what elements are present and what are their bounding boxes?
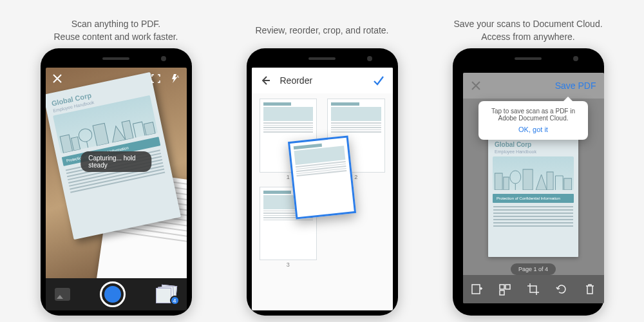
document-subtitle: Employee Handbook <box>488 149 578 156</box>
svg-rect-18 <box>500 290 504 295</box>
page-indicator: Page 1 of 4 <box>511 263 556 275</box>
page-count-badge: 4 <box>170 296 180 305</box>
dragging-page[interactable] <box>287 135 355 219</box>
close-icon[interactable] <box>52 73 62 84</box>
svg-rect-16 <box>500 285 504 289</box>
reorder-toolbar: Reorder <box>252 68 393 93</box>
save-pdf-button[interactable]: Save PDF <box>555 80 596 91</box>
close-icon[interactable] <box>471 80 481 91</box>
reorder-title: Reorder <box>280 75 313 86</box>
svg-rect-0 <box>60 135 72 153</box>
marketing-panel-scan: Scan anything to PDF. Reuse content and … <box>19 13 213 316</box>
page-grid: 1 2 3 <box>252 93 393 310</box>
svg-rect-13 <box>547 172 553 190</box>
camera-toolbar: 4 <box>46 278 187 310</box>
document-band: Protection of Confidential Information <box>493 194 574 203</box>
page-stack-button[interactable]: 4 <box>156 285 178 303</box>
edit-toolbar <box>463 275 604 303</box>
svg-rect-8 <box>495 173 502 190</box>
back-icon[interactable] <box>260 75 271 86</box>
caption: Save your scans to Document Cloud. Acces… <box>453 13 602 48</box>
caption: Scan anything to PDF. Reuse content and … <box>54 13 178 48</box>
save-body: Tap to save scan as a PDF in Adobe Docum… <box>463 99 604 275</box>
add-page-icon[interactable] <box>469 282 484 296</box>
confirm-icon[interactable] <box>372 74 385 87</box>
svg-rect-17 <box>506 285 510 289</box>
save-screen: Save PDF Tap to save scan as a PDF in Ad… <box>463 73 604 303</box>
scan-screen: Global Corp Employee Handbook <box>46 68 187 310</box>
flash-auto-icon[interactable]: A <box>170 73 180 84</box>
crop-icon[interactable] <box>526 282 540 296</box>
phone-frame: Global Corp Employee Handbook <box>41 48 192 316</box>
shutter-button[interactable] <box>100 281 126 307</box>
svg-point-10 <box>510 171 521 184</box>
fullscreen-icon[interactable] <box>151 73 161 84</box>
svg-rect-6 <box>144 122 155 136</box>
svg-rect-14 <box>564 178 572 190</box>
svg-rect-12 <box>523 169 533 190</box>
delete-icon[interactable] <box>583 282 597 296</box>
popover-text: Tap to save scan as a PDF in Adobe Docum… <box>486 108 580 122</box>
marketing-panel-reorder: Review, reorder, crop, and rotate. Reord… <box>225 13 419 316</box>
svg-line-3 <box>86 142 88 148</box>
reorder-screen: Reorder 1 2 3 <box>252 68 393 310</box>
rotate-icon[interactable] <box>554 282 569 296</box>
page-label: 3 <box>260 261 317 268</box>
svg-point-2 <box>77 128 93 143</box>
phone-frame: Save PDF Tap to save scan as a PDF in Ad… <box>453 48 604 316</box>
svg-text:A: A <box>176 75 179 79</box>
save-toolbar: Save PDF <box>463 73 604 99</box>
svg-rect-15 <box>472 285 480 294</box>
caption: Review, reorder, crop, and rotate. <box>256 13 389 48</box>
page-preview[interactable]: Global Corp Employee Handbook <box>488 135 578 257</box>
marketing-panel-save: Save your scans to Document Cloud. Acces… <box>431 13 625 316</box>
svg-rect-9 <box>504 177 509 190</box>
gallery-button[interactable] <box>55 288 70 301</box>
phone-frame: Reorder 1 2 3 <box>247 48 398 316</box>
camera-viewfinder: Global Corp Employee Handbook <box>46 68 187 278</box>
popover-ok-button[interactable]: OK, got it <box>486 126 580 133</box>
svg-rect-4 <box>93 123 109 146</box>
reorder-icon[interactable] <box>498 282 512 296</box>
save-popover: Tap to save scan as a PDF in Adobe Docum… <box>478 101 588 140</box>
capture-toast: Capturing... hold steady <box>80 151 151 172</box>
